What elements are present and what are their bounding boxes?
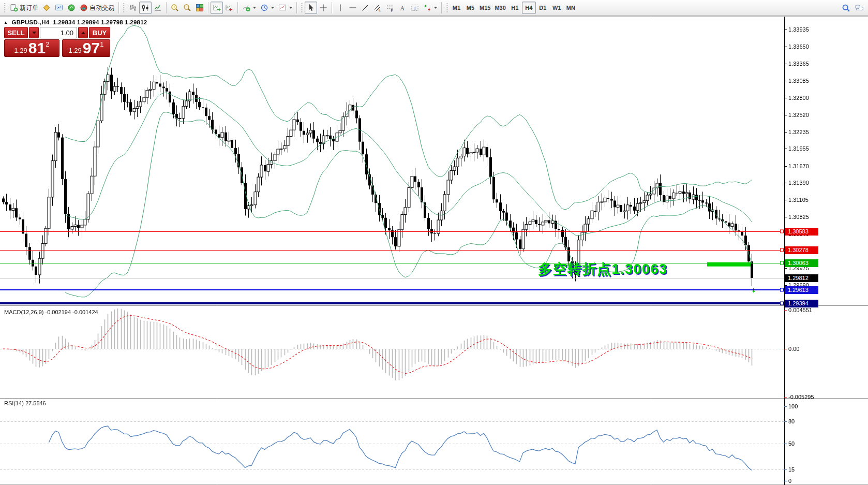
auto-scroll-button[interactable]: [211, 2, 223, 14]
trendline-icon: [361, 4, 369, 12]
chart-shift-button[interactable]: [223, 2, 235, 14]
toolbar-separator: [237, 2, 238, 13]
timeframe-m15[interactable]: M15: [477, 2, 492, 14]
autotrading-label: 自动交易: [89, 4, 114, 12]
vertical-line-button[interactable]: [334, 2, 347, 14]
periods-button[interactable]: [258, 2, 276, 14]
text-button[interactable]: A: [396, 2, 409, 14]
tile-windows-icon: [196, 4, 204, 12]
spinner-up-icon: [81, 32, 85, 34]
indicators-icon: [242, 4, 250, 12]
main-toolbar: 新订单 自动交易 E F A T M1M5M15M30H1H4D1W1MN: [0, 0, 868, 16]
line-chart-button[interactable]: [152, 2, 164, 14]
autotrading-icon: [80, 4, 88, 12]
chart-canvas[interactable]: [0, 17, 868, 485]
toolbar-separator: [296, 2, 297, 13]
toolbar-grip[interactable]: [301, 3, 303, 13]
toolbar-separator: [118, 2, 119, 13]
horizontal-line-icon: [349, 4, 357, 12]
chat-button[interactable]: [852, 2, 866, 14]
line-chart-icon: [154, 4, 162, 12]
svg-text:F: F: [391, 9, 393, 12]
sell-price-small: 1.29: [14, 47, 27, 54]
volume-increase-button[interactable]: [78, 27, 88, 38]
templates-icon: [278, 4, 287, 12]
crosshair-button[interactable]: [317, 2, 330, 14]
arrows-button[interactable]: [421, 2, 439, 14]
timeframe-m30[interactable]: M30: [492, 2, 507, 14]
navigator-button[interactable]: [65, 2, 78, 14]
buy-price-sup: 1: [100, 40, 103, 48]
new-order-button[interactable]: 新订单: [8, 2, 40, 14]
timeframe-h1[interactable]: H1: [508, 2, 522, 14]
channel-button[interactable]: E: [371, 2, 384, 14]
horizontal-line-button[interactable]: [347, 2, 359, 14]
arrows-icon: [423, 4, 431, 12]
timeframe-w1[interactable]: W1: [550, 2, 564, 14]
bar-chart-button[interactable]: [127, 2, 139, 14]
buy-button[interactable]: BUY: [89, 27, 110, 38]
indicators-button[interactable]: [240, 2, 258, 14]
buy-price-box[interactable]: 1.29 97 1: [62, 39, 110, 57]
chart-shift-icon: [225, 4, 233, 12]
charts-icon: [42, 4, 51, 12]
text-label-button[interactable]: T: [409, 2, 421, 14]
navigator-icon: [67, 4, 76, 12]
chat-icon: [855, 4, 864, 12]
sell-price-box[interactable]: 1.29 81 2: [4, 39, 59, 57]
templates-button[interactable]: [276, 2, 294, 14]
buy-price-big: 97: [83, 41, 100, 55]
toolbar-grip[interactable]: [123, 3, 125, 13]
timeframe-d1[interactable]: D1: [536, 2, 550, 14]
svg-text:A: A: [400, 5, 405, 12]
timeframe-m1[interactable]: M1: [450, 2, 463, 14]
periods-icon: [260, 4, 268, 12]
svg-text:E: E: [379, 8, 381, 12]
search-button[interactable]: [840, 2, 852, 14]
chart-window: ▲ GBPUSD-,H4 1.29834 1.29894 1.29798 1.2…: [0, 17, 868, 485]
autotrading-button[interactable]: 自动交易: [78, 2, 116, 14]
timeframe-h4[interactable]: H4: [522, 2, 536, 14]
buy-price-small: 1.29: [69, 47, 82, 54]
charts-button[interactable]: [40, 2, 53, 14]
volume-input[interactable]: 1.00: [40, 27, 77, 38]
cursor-button[interactable]: [305, 2, 317, 14]
one-click-trading-panel: SELL 1.00 BUY 1.29 81 2 1.29 97 1: [4, 27, 110, 57]
text-icon: A: [398, 4, 407, 12]
vertical-line-icon: [336, 4, 345, 12]
cursor-icon: [307, 4, 315, 12]
tile-windows-button[interactable]: [193, 2, 206, 14]
zoom-out-button[interactable]: [181, 2, 193, 14]
dropdown-caret: [434, 7, 437, 9]
toolbar-separator: [332, 2, 332, 13]
sell-price-big: 81: [28, 41, 46, 55]
toolbar-grip[interactable]: [445, 3, 448, 13]
spinner-down-icon: [32, 32, 36, 34]
timeframe-mn[interactable]: MN: [564, 2, 578, 14]
candlestick-chart-icon: [141, 4, 149, 12]
volume-decrease-button[interactable]: [29, 27, 39, 38]
dropdown-caret: [271, 7, 274, 9]
profiles-button[interactable]: [53, 2, 65, 14]
search-icon: [842, 4, 850, 12]
zoom-in-button[interactable]: [169, 2, 181, 14]
toolbar-separator: [441, 2, 442, 13]
fibonacci-button[interactable]: F: [384, 2, 396, 14]
sell-price-sup: 2: [46, 40, 49, 48]
candlestick-chart-button[interactable]: [139, 2, 152, 14]
trendline-button[interactable]: [359, 2, 371, 14]
profiles-icon: [55, 4, 63, 12]
toolbar-grip[interactable]: [4, 3, 6, 13]
fibonacci-icon: F: [386, 4, 394, 12]
dropdown-caret: [253, 7, 256, 9]
timeframe-bar: M1M5M15M30H1H4D1W1MN: [450, 2, 578, 14]
dropdown-caret: [289, 7, 292, 9]
auto-scroll-icon: [213, 4, 221, 12]
timeframe-m5[interactable]: M5: [463, 2, 477, 14]
toolbar-separator: [208, 2, 208, 13]
new-order-label: 新订单: [20, 4, 38, 12]
zoom-in-icon: [171, 4, 179, 12]
new-order-icon: [10, 4, 18, 12]
crosshair-icon: [319, 4, 327, 12]
sell-button[interactable]: SELL: [4, 27, 28, 38]
